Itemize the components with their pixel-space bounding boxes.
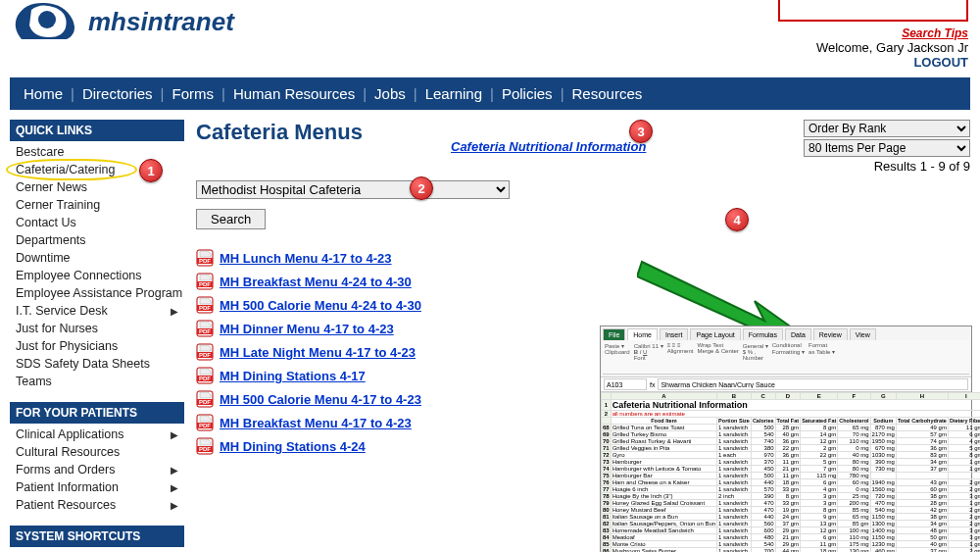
- svg-text:PDF: PDF: [199, 258, 211, 264]
- callout-badge-2: 2: [410, 176, 433, 200]
- excel-window: FileHomeInsertPage LayoutFormulasDataRev…: [600, 326, 972, 552]
- sidebar-item-i-t-service-desk[interactable]: I.T. Service Desk▶: [10, 302, 184, 320]
- sidebar-item-sds-safety-data-sheets[interactable]: SDS Safety Data Sheets: [10, 355, 184, 373]
- welcome-text: Welcome, Gary Jackson Jr: [778, 40, 968, 55]
- cell-ref-input[interactable]: [604, 378, 647, 390]
- svg-text:PDF: PDF: [199, 305, 211, 311]
- sidebar-item-bestcare[interactable]: Bestcare: [10, 143, 184, 161]
- for-patients-head: FOR YOUR PATIENTS: [10, 402, 184, 424]
- search-button[interactable]: Search: [196, 209, 266, 229]
- sidebar-item-patient-resources[interactable]: Patient Resources▶: [10, 496, 184, 514]
- sidebar-item-clinical-applications[interactable]: Clinical Applications▶: [10, 426, 184, 443]
- pdf-icon: PDF: [196, 273, 214, 290]
- pdf-icon: PDF: [196, 367, 214, 384]
- callout-badge-3: 3: [629, 120, 653, 143]
- search-tips-link[interactable]: Search Tips: [778, 26, 968, 40]
- nav-learning[interactable]: Learning: [425, 85, 482, 102]
- svg-text:PDF: PDF: [199, 446, 211, 452]
- pdf-icon: PDF: [196, 249, 214, 267]
- sidebar-item-employee-connections[interactable]: Employee Connections: [10, 267, 184, 284]
- sidebar-item-downtime[interactable]: Downtime: [10, 249, 184, 267]
- nav-jobs[interactable]: Jobs: [374, 85, 406, 102]
- svg-text:PDF: PDF: [199, 328, 211, 334]
- sidebar-item-employee-assistance-program[interactable]: Employee Assistance Program: [10, 284, 184, 302]
- nav-human-resources[interactable]: Human Resources: [233, 85, 355, 102]
- callout-badge-1: 1: [139, 159, 163, 182]
- svg-text:PDF: PDF: [199, 352, 211, 358]
- items-per-page-select[interactable]: 80 Items Per Page: [804, 139, 970, 157]
- formula-bar-input[interactable]: [658, 378, 968, 390]
- nav-forms[interactable]: Forms: [172, 85, 215, 102]
- nav-directories[interactable]: Directories: [82, 85, 153, 102]
- order-by-select[interactable]: Order By Rank: [804, 120, 970, 137]
- system-shortcuts-head: SYSTEM SHORTCUTS: [10, 526, 184, 547]
- ribbon-tab-formulas[interactable]: Formulas: [743, 328, 783, 340]
- pdf-icon: PDF: [196, 437, 214, 455]
- sidebar: QUICK LINKS BestcareCafeteria/CateringCe…: [10, 120, 184, 552]
- sidebar-item-patient-information[interactable]: Patient Information▶: [10, 478, 184, 496]
- menu-pdf-link[interactable]: PDFMH 500 Calorie Menu 4-24 to 4-30: [196, 296, 970, 314]
- sidebar-item-contact-us[interactable]: Contact Us: [10, 214, 184, 231]
- sidebar-item-teams[interactable]: Teams: [10, 373, 184, 390]
- pdf-icon: PDF: [196, 414, 214, 431]
- logo-icon: [12, 0, 80, 44]
- nutrition-info-link[interactable]: Cafeteria Nutritional Information: [451, 139, 646, 154]
- pdf-icon: PDF: [196, 343, 214, 361]
- chevron-right-icon: ▶: [171, 500, 178, 511]
- ribbon-tab-view[interactable]: View: [850, 328, 876, 340]
- pdf-icon: PDF: [196, 320, 214, 337]
- menu-pdf-link[interactable]: PDFMH Breakfast Menu 4-24 to 4-30: [196, 273, 970, 290]
- ribbon-tab-insert[interactable]: Insert: [660, 328, 689, 340]
- fx-icon: fx: [650, 381, 655, 388]
- sidebar-item-just-for-nurses[interactable]: Just for Nurses: [10, 320, 184, 337]
- ribbon-tab-review[interactable]: Review: [813, 328, 848, 340]
- ribbon-tab-file[interactable]: File: [603, 328, 625, 340]
- svg-text:PDF: PDF: [199, 376, 211, 381]
- menu-pdf-link[interactable]: PDFMH Lunch Menu 4-17 to 4-23: [196, 249, 970, 267]
- search-input[interactable]: [778, 0, 968, 22]
- sidebar-item-cerner-news[interactable]: Cerner News: [10, 178, 184, 196]
- svg-point-0: [38, 11, 56, 28]
- pdf-icon: PDF: [196, 296, 214, 314]
- chevron-right-icon: ▶: [171, 482, 178, 493]
- nav-home[interactable]: Home: [24, 85, 63, 102]
- nav-policies[interactable]: Policies: [502, 85, 553, 102]
- results-count: Results 1 - 9 of 9: [874, 159, 970, 174]
- chevron-right-icon: ▶: [171, 306, 178, 317]
- svg-text:PDF: PDF: [199, 423, 211, 428]
- ribbon-tab-data[interactable]: Data: [785, 328, 811, 340]
- cafeteria-location-select[interactable]: Methodist Hospital Cafeteria: [196, 180, 510, 199]
- chevron-right-icon: ▶: [171, 429, 178, 440]
- sidebar-item-departments[interactable]: Departments: [10, 231, 184, 249]
- main-nav: Home|Directories|Forms|Human Resources|J…: [10, 77, 970, 110]
- pdf-icon: PDF: [196, 390, 214, 408]
- logout-link[interactable]: LOGOUT: [913, 55, 968, 70]
- chevron-right-icon: ▶: [171, 465, 178, 476]
- quick-links-head: QUICK LINKS: [10, 120, 184, 141]
- ribbon-tab-home[interactable]: Home: [627, 328, 658, 340]
- ribbon-tab-page-layout[interactable]: Page Layout: [690, 328, 740, 340]
- svg-text:PDF: PDF: [199, 399, 211, 405]
- sidebar-item-cerner-training[interactable]: Cerner Training: [10, 196, 184, 214]
- nav-resources[interactable]: Resources: [572, 85, 643, 102]
- sidebar-item-forms-and-orders[interactable]: Forms and Orders▶: [10, 461, 184, 478]
- sidebar-item-cultural-resources[interactable]: Cultural Resources: [10, 443, 184, 461]
- logo-text: mhsintranet: [88, 7, 234, 37]
- svg-text:PDF: PDF: [199, 281, 211, 287]
- main-content: Cafeteria Menus Cafeteria Nutritional In…: [196, 120, 970, 552]
- callout-badge-4: 4: [725, 208, 749, 231]
- ribbon-body: Paste ▾Clipboard Calibri 11 ▾B I UFont ≡…: [603, 340, 969, 375]
- sidebar-item-just-for-physicians[interactable]: Just for Physicians: [10, 337, 184, 355]
